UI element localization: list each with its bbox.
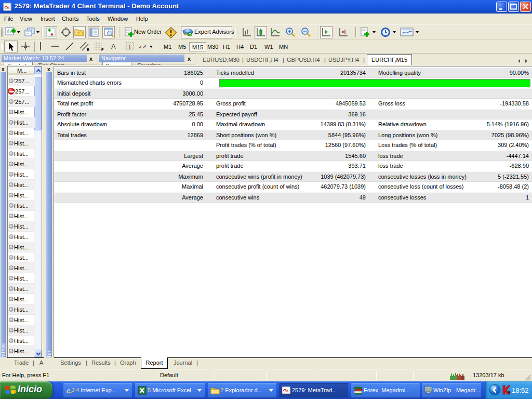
svg-text:e: e — [66, 385, 71, 395]
svg-text:E: E — [87, 48, 89, 51]
svg-text:F: F — [101, 48, 104, 51]
svg-text:T: T — [128, 44, 132, 50]
